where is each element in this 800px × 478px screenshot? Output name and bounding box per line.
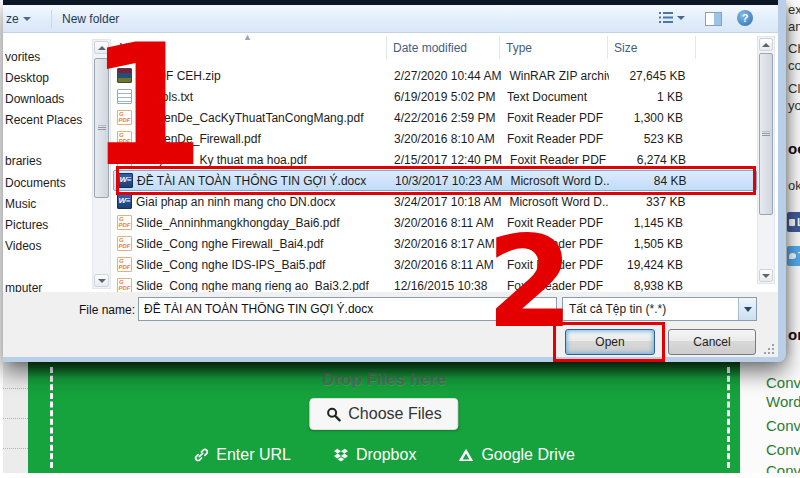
webpage-text-fragment: yo xyxy=(788,98,800,113)
file-row[interactable]: 2. Tools.txt 6/19/2019 5:02 PM Text Docu… xyxy=(113,86,757,107)
file-date: 3/24/2017 10:18 AM xyxy=(386,195,501,209)
chevron-down-icon xyxy=(677,16,685,20)
pdf-file-icon xyxy=(117,236,132,251)
file-row-selected[interactable]: ĐỀ TÀI AN TOÀN THÔNG TIN GỢI Ý.docx 10/3… xyxy=(113,170,757,191)
help-button[interactable]: ? xyxy=(737,10,753,26)
webpage-bottom: Drop Files here Choose Files Enter URL xyxy=(3,362,800,473)
sidebar-item-desktop[interactable]: Desktop xyxy=(5,71,49,87)
choose-files-button[interactable]: Choose Files xyxy=(309,398,458,430)
chevron-down-icon xyxy=(23,17,31,21)
webpage-text-fragment: Cli xyxy=(788,81,800,96)
file-type-dropdown[interactable]: Tất cả Tệp tin (*.*) xyxy=(562,297,757,321)
dropbox-icon xyxy=(333,447,349,463)
file-type: Text Document xyxy=(499,90,607,104)
dropbox-link[interactable]: Dropbox xyxy=(333,446,416,464)
column-header-filler xyxy=(695,36,757,59)
sidebar-item-documents[interactable]: Documents xyxy=(5,176,66,192)
file-name: ChuyenDe_Ky thuat ma hoa.pdf xyxy=(136,153,307,167)
pdf-file-icon xyxy=(117,257,132,272)
file-size: 27,645 KB xyxy=(609,69,697,83)
file-row[interactable]: Slide_Cong nghe mang rieng ao_Bai3.2.pdf… xyxy=(113,275,757,292)
converter-link[interactable]: Conv xyxy=(766,417,800,434)
file-type: WinRAR ZIP archive xyxy=(501,69,609,83)
file-row[interactable]: ChuyenDe_Firewall.pdf 3/20/2016 8:10 AM … xyxy=(113,128,757,149)
sidebar-item-recent-places[interactable]: Recent Places xyxy=(5,113,82,129)
webpage-text-fragment: cor xyxy=(788,58,800,73)
column-header-type[interactable]: Type xyxy=(499,36,607,59)
column-header-date-modified[interactable]: Date modified xyxy=(386,36,499,59)
file-size: 1,505 KB xyxy=(607,237,695,251)
webpage-text-fragment: ext xyxy=(788,2,800,17)
sidebar-item-music[interactable]: Music xyxy=(5,197,36,213)
converter-link[interactable]: Conv xyxy=(766,441,800,458)
word-file-icon xyxy=(117,194,132,209)
facebook-like-button[interactable]: L xyxy=(787,212,800,232)
dialog-toolbar: ze New folder ? xyxy=(3,5,778,33)
converter-link[interactable]: Conv xyxy=(766,462,800,473)
file-row[interactable]: 1. PDF CEH.zip 2/27/2020 10:44 AM WinRAR… xyxy=(113,65,757,86)
scrollbar-thumb[interactable] xyxy=(94,58,109,198)
file-date: 3/20/2016 8:10 AM xyxy=(386,132,499,146)
file-row[interactable]: Slide_Anninhmangkhongday_Bai6.pdf 3/20/2… xyxy=(113,212,757,233)
new-folder-button[interactable]: New folder xyxy=(62,12,119,26)
google-drive-icon xyxy=(458,447,474,463)
preview-pane-button[interactable] xyxy=(705,12,722,26)
sidebar-item-libraries[interactable]: braries xyxy=(5,154,42,170)
dropzone-links: Enter URL Dropbox Google Drive xyxy=(28,446,740,464)
file-date: 6/19/2019 5:02 PM xyxy=(386,90,499,104)
dotted-divider xyxy=(3,388,28,389)
file-type: Microsoft Word D... xyxy=(502,174,610,188)
file-type: Foxit Reader PDF ... xyxy=(499,216,607,230)
file-name: ĐỀ TÀI AN TOÀN THÔNG TIN GỢI Ý.docx xyxy=(137,174,366,188)
file-dropzone[interactable]: Drop Files here Choose Files Enter URL xyxy=(28,362,740,473)
pdf-file-icon xyxy=(117,215,132,230)
file-type-value: Tất cả Tệp tin (*.*) xyxy=(569,302,666,316)
file-row[interactable]: ChuyenDe_Ky thuat ma hoa.pdf 2/15/2017 1… xyxy=(113,149,757,170)
resize-grip[interactable] xyxy=(764,343,775,354)
twitter-tweet-button[interactable]: T xyxy=(787,246,800,266)
scroll-up-button[interactable] xyxy=(94,41,109,54)
file-type: Foxit Reader PDF ... xyxy=(499,258,607,272)
sidebar-item-favorites[interactable]: vorites xyxy=(5,50,40,66)
converter-link[interactable]: Word xyxy=(766,393,800,410)
open-button[interactable]: Open xyxy=(565,329,655,355)
file-date: 2/15/2017 12:40 PM xyxy=(386,153,502,167)
converter-link[interactable]: Conv xyxy=(766,374,800,391)
pdf-file-icon xyxy=(117,152,132,167)
file-name: 2. Tools.txt xyxy=(136,90,193,104)
file-name-label: File name: xyxy=(33,303,135,317)
organize-label: ze xyxy=(6,12,19,26)
google-drive-link[interactable]: Google Drive xyxy=(458,446,574,464)
file-size: 19,424 KB xyxy=(607,258,695,272)
file-row[interactable]: Giai phap an ninh mang cho DN.docx 3/24/… xyxy=(113,191,757,212)
sort-ascending-icon: ▲ xyxy=(243,33,252,42)
scroll-up-button[interactable] xyxy=(759,38,773,51)
file-date: 3/20/2016 8:11 AM xyxy=(386,258,499,272)
enter-url-link[interactable]: Enter URL xyxy=(193,446,291,464)
column-header-size[interactable]: Size xyxy=(607,36,695,59)
scroll-down-button[interactable] xyxy=(94,274,109,287)
sidebar-item-downloads[interactable]: Downloads xyxy=(5,92,64,108)
file-date: 12/16/2015 10:38 xyxy=(386,279,499,293)
file-type: Foxit Reader PDF ... xyxy=(502,153,610,167)
webpage-left-column xyxy=(3,362,28,473)
sidebar-item-pictures[interactable]: Pictures xyxy=(5,218,48,234)
file-row[interactable]: Slide_Cong nghe IDS-IPS_Bai5.pdf 3/20/20… xyxy=(113,254,757,275)
file-list-scrollbar[interactable] xyxy=(757,36,775,284)
file-size: 523 KB xyxy=(607,132,695,146)
file-size: 1,145 KB xyxy=(607,216,695,230)
file-date: 2/27/2020 10:44 AM xyxy=(386,69,501,83)
change-view-button[interactable] xyxy=(658,11,685,24)
sidebar-scrollbar[interactable] xyxy=(92,39,111,289)
file-row[interactable]: Slide_Cong nghe Firewall_Bai4.pdf 3/20/2… xyxy=(113,233,757,254)
sidebar-item-computer[interactable]: mputer xyxy=(5,281,42,292)
file-row[interactable]: ChuyenDe_CacKyThuatTanCongMang.pdf 4/22/… xyxy=(113,107,757,128)
file-name-input[interactable] xyxy=(138,297,557,321)
webpage-right-links: Conv Word Conv Conv Conv xyxy=(740,362,800,473)
sidebar-item-videos[interactable]: Videos xyxy=(5,239,41,255)
scrollbar-thumb[interactable] xyxy=(759,53,773,215)
new-folder-label: New folder xyxy=(62,12,119,26)
cancel-button[interactable]: Cancel xyxy=(668,329,756,355)
organize-button[interactable]: ze xyxy=(6,12,31,26)
scroll-down-button[interactable] xyxy=(759,269,773,282)
